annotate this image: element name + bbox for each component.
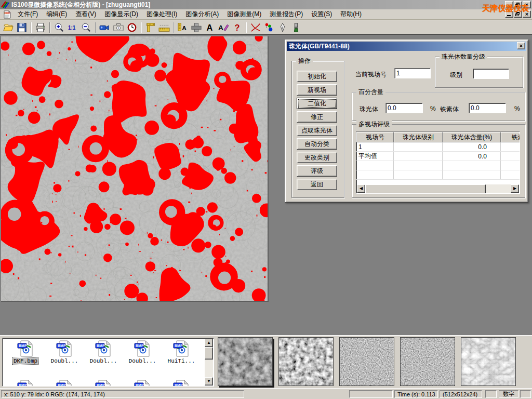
menu-image-display[interactable]: 图像显示(D) (100, 9, 142, 20)
file-item[interactable]: BMP (46, 380, 83, 387)
bmp-file-icon: BMP (173, 380, 190, 387)
file-name[interactable]: Doubl... (89, 358, 118, 364)
file-item[interactable]: BMP Doubl... (124, 340, 161, 364)
dialog-title-bar[interactable]: 珠光体(GB/T9441-88) × (287, 42, 526, 51)
text-button[interactable]: A (203, 21, 217, 34)
ruler-icon (158, 22, 170, 33)
caliper-button[interactable] (144, 21, 157, 34)
col-pearlite-content[interactable]: 珠光体含量(%) (443, 132, 501, 142)
menu-image-analysis[interactable]: 图像分析(A) (181, 9, 223, 20)
spline-button[interactable] (249, 21, 262, 34)
bmp-file-icon: BMP (95, 380, 112, 387)
menu-measure-report[interactable]: 测量报告(P) (265, 9, 307, 20)
zoom-out-icon (81, 22, 92, 33)
thumbnail-2[interactable] (278, 337, 334, 386)
child-window-controls: × (505, 10, 531, 18)
capture-button[interactable] (112, 21, 125, 34)
initialize-button[interactable]: 初始化 (297, 71, 337, 82)
col-ferrite-content[interactable]: 铁素体含量(%) (501, 132, 520, 142)
current-field-label: 当前视场号 (355, 70, 387, 79)
scroll-right-icon[interactable]: ▶ (511, 184, 519, 193)
grade-input[interactable] (473, 69, 509, 79)
menu-image-measure[interactable]: 图像测量(M) (223, 9, 265, 20)
file-item[interactable]: BMP (163, 380, 200, 387)
particles-button[interactable] (262, 21, 276, 34)
file-list-vscrollbar[interactable]: ▲ ▼ (205, 339, 213, 385)
help-button[interactable]: ? (230, 21, 244, 34)
micrograph-image[interactable] (1, 36, 269, 302)
menu-edit[interactable]: 编辑(E) (42, 9, 71, 20)
child-close-button[interactable]: × (523, 10, 531, 18)
binarize-button[interactable]: 二值化 (297, 98, 337, 109)
ruler-button[interactable] (157, 21, 171, 34)
save-button[interactable] (15, 21, 29, 34)
file-list[interactable]: BMP DKF.bmp BMP Doubl... BMP Doubl... (2, 338, 214, 387)
file-name[interactable]: Doubl... (50, 358, 79, 364)
scroll-down-icon[interactable]: ▼ (205, 377, 213, 385)
table-hscrollbar[interactable]: ◀ ▶ (357, 184, 519, 193)
menu-file[interactable]: 文件(F) (14, 9, 42, 20)
ferrite-input[interactable] (469, 103, 506, 113)
return-button[interactable]: 返回 (297, 179, 337, 190)
change-class-button[interactable]: 更改类别 (297, 152, 337, 163)
bmp-file-icon: BMP (17, 340, 34, 357)
actual-size-button[interactable]: 1:1 (66, 21, 79, 34)
video-capture-button[interactable] (98, 21, 112, 34)
rating-table[interactable]: 视场号 珠光体级别 珠光体含量(%) 铁素体含量(%) 1 0.0 平均值 0.… (356, 131, 520, 194)
pearlite-input[interactable] (385, 103, 423, 113)
dialog-close-button[interactable]: × (517, 42, 525, 49)
timer-button[interactable] (125, 21, 139, 34)
file-item[interactable]: BMP Doubl... (85, 340, 122, 364)
file-name[interactable]: HuiTi... (167, 358, 196, 364)
measure-text-button[interactable]: A (176, 21, 190, 34)
scroll-up-icon[interactable]: ▲ (205, 339, 213, 347)
edit-text-button[interactable]: A (217, 21, 230, 34)
table-row[interactable]: 平均值 0.0 (356, 152, 520, 161)
table-row[interactable]: 1 0.0 (356, 142, 520, 152)
thumbnail-4[interactable] (400, 337, 455, 386)
zoom-out-button[interactable] (79, 21, 93, 34)
pen-button[interactable] (276, 21, 289, 34)
restore-button[interactable] (514, 1, 522, 8)
toolbar-separator (173, 22, 174, 33)
close-button[interactable]: × (523, 1, 531, 8)
file-item[interactable]: BMP DKF.bmp (7, 340, 44, 364)
file-item[interactable]: BMP (7, 380, 44, 387)
thumbnail-1[interactable] (218, 337, 273, 386)
thumbnail-3[interactable] (339, 337, 394, 386)
file-item[interactable]: BMP HuiTi... (163, 340, 200, 364)
col-field-no[interactable]: 视场号 (356, 132, 394, 142)
menu-settings[interactable]: 设置(S) (307, 9, 336, 20)
file-item[interactable]: BMP (85, 380, 122, 387)
rate-button[interactable]: 评级 (297, 165, 337, 177)
auto-classify-button[interactable]: 自动分类 (297, 138, 337, 150)
hscrollbar-thumb[interactable] (365, 184, 486, 194)
file-item[interactable]: BMP (124, 380, 161, 387)
grade-label: 级别 (450, 71, 462, 79)
file-item[interactable]: BMP Doubl... (46, 340, 83, 364)
measure-text-icon: A (177, 22, 189, 33)
file-name[interactable]: Doubl... (128, 358, 157, 364)
child-minimize-button[interactable] (505, 10, 513, 18)
zoom-in-button[interactable] (52, 21, 66, 34)
brush-button[interactable] (289, 21, 303, 34)
file-name[interactable]: DKF.bmp (12, 358, 38, 364)
print-button[interactable] (34, 21, 47, 34)
menu-help[interactable]: 帮助(H) (336, 9, 366, 20)
menu-image-processing[interactable]: 图像处理(I) (142, 9, 181, 20)
merge-button[interactable] (190, 21, 203, 34)
menu-view[interactable]: 查看(V) (71, 9, 100, 20)
open-button[interactable] (2, 21, 15, 34)
col-pearlite-grade[interactable]: 珠光体级别 (394, 132, 443, 142)
new-field-button[interactable]: 新视场 (297, 84, 337, 96)
current-field-input[interactable] (394, 68, 431, 78)
thumbnail-5[interactable] (461, 337, 516, 386)
vscrollbar-thumb[interactable] (205, 347, 213, 360)
toolbar: 1:1 (0, 20, 532, 34)
child-restore-button[interactable] (514, 10, 522, 18)
svg-text:BMP: BMP (97, 383, 105, 387)
correct-button[interactable]: 修正 (297, 111, 337, 123)
minimize-button[interactable] (505, 1, 513, 8)
scroll-left-icon[interactable]: ◀ (357, 184, 365, 193)
pick-pearlite-button[interactable]: 点取珠光体 (297, 125, 337, 136)
